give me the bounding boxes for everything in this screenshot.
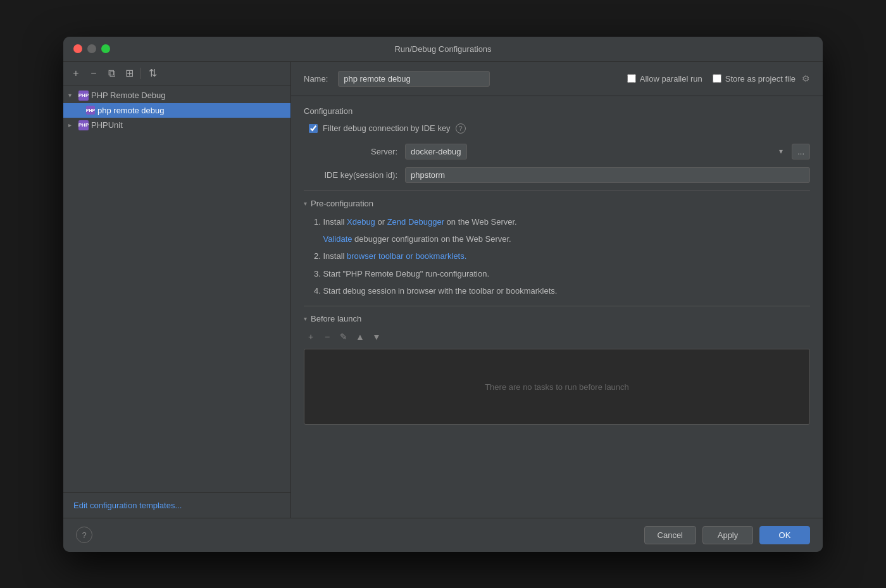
phpunit-group-icon: PHP bbox=[78, 120, 89, 130]
sidebar-footer: Edit configuration templates... bbox=[63, 492, 290, 518]
tree-group-phpunit: ▸ PHP PHPUnit bbox=[63, 118, 290, 133]
tree-group-label-php-remote-debug: PHP Remote Debug bbox=[91, 91, 285, 100]
allow-parallel-checkbox[interactable] bbox=[627, 74, 636, 83]
help-button[interactable]: ? bbox=[76, 527, 92, 543]
filter-debug-label: Filter debug connection by IDE key bbox=[323, 123, 451, 133]
before-launch-up-button[interactable]: ▲ bbox=[353, 330, 367, 344]
pre-config-content: 1. Install Xdebug or Zend Debugger on th… bbox=[304, 215, 810, 299]
server-row: Server: docker-debug ... bbox=[304, 144, 810, 160]
config-header-options: Allow parallel run Store as project file… bbox=[627, 73, 810, 84]
before-launch-title: Before launch bbox=[311, 314, 361, 323]
config-header: Name: Allow parallel run Store as projec… bbox=[291, 62, 823, 96]
before-launch-section: ▾ Before launch + − ✎ ▲ ▼ There are no t… bbox=[304, 314, 810, 425]
allow-parallel-group: Allow parallel run bbox=[627, 74, 702, 84]
store-as-project-group: Store as project file ⚙ bbox=[713, 73, 810, 84]
copy-config-button[interactable]: ⧉ bbox=[104, 66, 119, 81]
tree-item-label-php-remote-debug: php remote debug bbox=[97, 106, 165, 115]
sidebar: + − ⧉ ⊞ ⇅ ▾ PHP PHP Remote Debug P bbox=[63, 62, 291, 518]
store-as-project-settings-icon[interactable]: ⚙ bbox=[802, 73, 810, 84]
server-label: Server: bbox=[304, 147, 405, 156]
sidebar-tree: ▾ PHP PHP Remote Debug PHP php remote de… bbox=[63, 85, 290, 492]
validate-end: debugger configuration on the Web Server… bbox=[352, 234, 511, 244]
config-body: Configuration Filter debug connection by… bbox=[291, 96, 823, 518]
sort-config-button[interactable]: ⇅ bbox=[145, 66, 160, 81]
step4-text: 4. Start debug session in browser with t… bbox=[314, 286, 557, 296]
before-launch-header[interactable]: ▾ Before launch bbox=[304, 314, 810, 323]
remove-config-button[interactable]: − bbox=[86, 66, 101, 81]
before-launch-edit-button[interactable]: ✎ bbox=[337, 330, 351, 344]
name-input[interactable] bbox=[338, 71, 490, 87]
step1-end: on the Web Server. bbox=[444, 217, 517, 227]
traffic-lights bbox=[73, 44, 110, 53]
before-launch-toolbar: + − ✎ ▲ ▼ bbox=[304, 330, 810, 344]
filter-debug-help-icon[interactable]: ? bbox=[456, 123, 466, 134]
before-launch-list: There are no tasks to run before launch bbox=[304, 349, 810, 425]
pre-config-validate: Validate debugger configuration on the W… bbox=[314, 232, 810, 246]
validate-link[interactable]: Validate bbox=[323, 234, 352, 244]
step3-text: 3. Start "PHP Remote Debug" run-configur… bbox=[314, 269, 489, 278]
step1-text: 1. Install bbox=[314, 217, 347, 227]
allow-parallel-label: Allow parallel run bbox=[640, 74, 702, 84]
before-launch-empty-text: There are no tasks to run before launch bbox=[485, 382, 629, 392]
separator-2 bbox=[304, 306, 810, 306]
pre-config-section: ▾ Pre-configuration 1. Install Xdebug or… bbox=[304, 199, 810, 299]
ide-key-input[interactable] bbox=[405, 167, 810, 183]
dialog-footer: ? Cancel Apply OK bbox=[63, 518, 823, 552]
before-launch-arrow-icon: ▾ bbox=[304, 315, 307, 322]
pre-config-step4: 4. Start debug session in browser with t… bbox=[314, 284, 810, 298]
server-select-wrapper: docker-debug ... bbox=[405, 144, 810, 160]
tree-item-php-remote-debug[interactable]: PHP php remote debug bbox=[63, 103, 290, 118]
server-browse-button[interactable]: ... bbox=[792, 144, 810, 160]
server-select-container: docker-debug bbox=[405, 144, 788, 160]
chevron-right-icon: ▸ bbox=[68, 122, 76, 128]
browser-toolbar-link[interactable]: browser toolbar or bookmarklets. bbox=[347, 251, 466, 261]
pre-config-header[interactable]: ▾ Pre-configuration bbox=[304, 199, 810, 208]
ide-key-label: IDE key(session id): bbox=[304, 170, 405, 180]
close-button[interactable] bbox=[73, 44, 82, 53]
pre-config-title: Pre-configuration bbox=[311, 199, 373, 208]
dialog-title: Run/Debug Configurations bbox=[394, 44, 491, 54]
tree-group-header-php-remote-debug[interactable]: ▾ PHP PHP Remote Debug bbox=[63, 88, 290, 103]
pre-config-step1: 1. Install Xdebug or Zend Debugger on th… bbox=[314, 215, 810, 229]
server-select[interactable]: docker-debug bbox=[405, 144, 467, 160]
tree-group-php-remote-debug: ▾ PHP PHP Remote Debug PHP php remote de… bbox=[63, 88, 290, 118]
pre-config-step3: 3. Start "PHP Remote Debug" run-configur… bbox=[314, 266, 810, 281]
store-as-project-checkbox[interactable] bbox=[713, 74, 721, 83]
dialog-body: + − ⧉ ⊞ ⇅ ▾ PHP PHP Remote Debug P bbox=[63, 62, 823, 518]
maximize-button[interactable] bbox=[101, 44, 110, 53]
filter-debug-checkbox[interactable] bbox=[309, 124, 318, 133]
ide-key-row: IDE key(session id): bbox=[304, 167, 810, 183]
zend-debugger-link[interactable]: Zend Debugger bbox=[387, 217, 444, 227]
sidebar-toolbar: + − ⧉ ⊞ ⇅ bbox=[63, 62, 290, 85]
php-remote-debug-group-icon: PHP bbox=[78, 91, 89, 101]
tree-group-header-phpunit[interactable]: ▸ PHP PHPUnit bbox=[63, 118, 290, 133]
separator-1 bbox=[304, 191, 810, 191]
before-launch-down-button[interactable]: ▼ bbox=[370, 330, 384, 344]
before-launch-remove-button[interactable]: − bbox=[320, 330, 334, 344]
toolbar-divider bbox=[140, 68, 141, 79]
xdebug-link[interactable]: Xdebug bbox=[347, 217, 375, 227]
pre-config-arrow-icon: ▾ bbox=[304, 200, 307, 207]
tree-group-label-phpunit: PHPUnit bbox=[91, 120, 285, 130]
store-as-project-label: Store as project file bbox=[725, 74, 796, 84]
configuration-section-title: Configuration bbox=[304, 106, 810, 116]
add-config-button[interactable]: + bbox=[68, 66, 84, 81]
name-label: Name: bbox=[304, 74, 328, 84]
step1-middle: or bbox=[375, 217, 387, 227]
step2-text: 2. Install bbox=[314, 251, 347, 261]
move-config-button[interactable]: ⊞ bbox=[122, 66, 137, 81]
filter-debug-row: Filter debug connection by IDE key ? bbox=[304, 123, 810, 134]
cancel-button[interactable]: Cancel bbox=[644, 526, 696, 544]
title-bar: Run/Debug Configurations bbox=[63, 37, 823, 62]
run-debug-dialog: Run/Debug Configurations + − ⧉ ⊞ ⇅ ▾ PHP… bbox=[63, 37, 823, 552]
pre-config-step2: 2. Install browser toolbar or bookmarkle… bbox=[314, 249, 810, 263]
chevron-down-icon: ▾ bbox=[68, 92, 76, 99]
edit-templates-link[interactable]: Edit configuration templates... bbox=[73, 501, 182, 510]
ok-button[interactable]: OK bbox=[759, 526, 810, 544]
before-launch-add-button[interactable]: + bbox=[304, 330, 318, 344]
main-panel: Name: Allow parallel run Store as projec… bbox=[291, 62, 823, 518]
php-remote-debug-item-icon: PHP bbox=[86, 106, 95, 115]
minimize-button[interactable] bbox=[87, 44, 96, 53]
apply-button[interactable]: Apply bbox=[702, 526, 753, 544]
